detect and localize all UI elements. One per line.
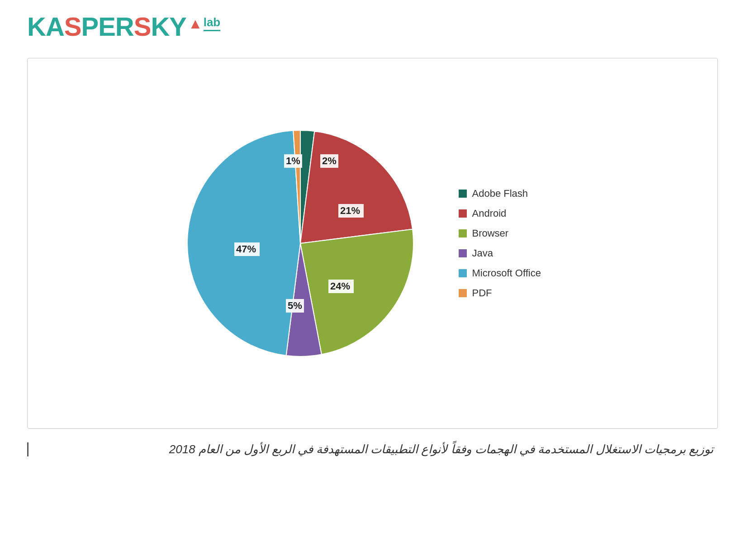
pie-label-1: 21% xyxy=(340,205,360,216)
legend-item-java: Java xyxy=(459,247,567,259)
legend-swatch-android xyxy=(459,209,467,218)
logo-s2: S xyxy=(134,12,151,41)
legend-item-browser: Browser xyxy=(459,228,567,239)
legend-swatch-pdf xyxy=(459,289,467,297)
legend-label-pdf: PDF xyxy=(472,287,492,299)
logo-triangle: ▲ xyxy=(188,16,203,31)
legend-item-adobe-flash: Adobe Flash xyxy=(459,188,567,199)
legend-item-android: Android xyxy=(459,208,567,219)
legend-item-microsoft-office: Microsoft Office xyxy=(459,267,567,279)
legend-swatch-adobe-flash xyxy=(459,190,467,198)
logo-s1: S xyxy=(64,12,81,41)
chart-container: 2%21%24%5%47%1% Adobe FlashAndroidBrowse… xyxy=(27,58,718,429)
kaspersky-logo: KASPERSKY ▲lab xyxy=(27,14,718,40)
chart-legend: Adobe FlashAndroidBrowserJavaMicrosoft O… xyxy=(459,188,567,299)
logo-lab-group: ▲lab xyxy=(188,15,220,31)
legend-swatch-microsoft-office xyxy=(459,269,467,277)
legend-label-microsoft-office: Microsoft Office xyxy=(472,267,541,279)
pie-chart-wrapper: 2%21%24%5%47%1% xyxy=(178,121,422,365)
logo-lab-word: lab xyxy=(204,15,221,31)
legend-label-adobe-flash: Adobe Flash xyxy=(472,188,528,199)
legend-swatch-browser xyxy=(459,229,467,237)
pie-label-4: 47% xyxy=(236,243,256,255)
legend-item-pdf: PDF xyxy=(459,287,567,299)
legend-label-browser: Browser xyxy=(472,228,509,239)
logo-main-text: KASPERSKY xyxy=(27,14,186,40)
chart-caption: توزيع برمجيات الاستغلال المستخدمة في اله… xyxy=(27,442,718,456)
pie-label-3: 5% xyxy=(288,300,302,311)
pie-chart-svg: 2%21%24%5%47%1% xyxy=(178,121,422,365)
legend-label-android: Android xyxy=(472,208,507,219)
legend-swatch-java xyxy=(459,249,467,257)
logo-area: KASPERSKY ▲lab xyxy=(27,14,718,40)
legend-label-java: Java xyxy=(472,247,493,259)
pie-label-2: 24% xyxy=(330,280,350,292)
pie-label-0: 2% xyxy=(322,155,337,166)
pie-segment-android xyxy=(300,131,413,243)
pie-label-5: 1% xyxy=(286,155,300,166)
